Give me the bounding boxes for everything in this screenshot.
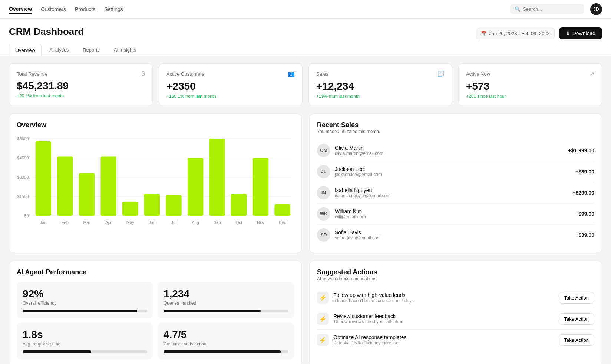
tab-overview[interactable]: Overview: [9, 44, 42, 56]
action-item: ⚡ Follow up with high-value leads 5 lead…: [317, 287, 594, 308]
sales-item: WK William Kim will@email.com +$99.00: [317, 203, 594, 225]
metric-label: Active Customers 👥: [166, 70, 295, 77]
download-label: Download: [572, 30, 595, 36]
page-header: CRM Dashboard 📅 Jan 20, 2023 - Feb 09, 2…: [0, 19, 611, 39]
perf-grid: 92% Overall efficiency 1,234 Queries han…: [17, 282, 294, 359]
metric-sub: +19% from last month: [316, 94, 445, 99]
action-title: Review customer feedback: [333, 313, 554, 319]
nav-link-overview[interactable]: Overview: [9, 4, 32, 14]
sales-amount: +$299.00: [572, 190, 594, 196]
metric-label-text: Sales: [316, 71, 328, 77]
svg-text:Jan: Jan: [40, 220, 47, 225]
metric-card-1: Active Customers 👥 +2350 +180.1% from la…: [159, 63, 303, 106]
sales-email: jackson.lee@email.com: [335, 172, 571, 177]
sales-amount: +$39.00: [575, 232, 594, 238]
progress-bar-bg: [23, 310, 147, 312]
search-bar[interactable]: 🔍: [510, 4, 584, 14]
sales-item: IN Isabella Nguyen isabella.nguyen@email…: [317, 182, 594, 203]
action-icon: ⚡: [317, 292, 329, 304]
metric-label-text: Total Revenue: [17, 71, 47, 77]
svg-text:$4500: $4500: [17, 156, 29, 160]
header-right: 📅 Jan 20, 2023 - Feb 09, 2023 ⬇ Download: [476, 27, 602, 39]
metric-icon: 👥: [287, 70, 295, 77]
progress-bar-fill: [164, 350, 281, 353]
perf-card: 92% Overall efficiency: [17, 282, 153, 318]
action-text: Follow up with high-value leads 5 leads …: [333, 292, 554, 303]
sales-info: Isabella Nguyen isabella.nguyen@email.co…: [335, 187, 568, 198]
metric-sub: +20.1% from last month: [17, 93, 145, 99]
take-action-button[interactable]: Take Action: [559, 313, 595, 325]
nav-link-settings[interactable]: Settings: [104, 5, 123, 14]
take-action-button[interactable]: Take Action: [559, 292, 595, 304]
progress-bar-bg: [23, 350, 147, 353]
download-icon: ⬇: [566, 30, 570, 36]
overview-chart-card: Overview $6000 $4500 $3000 $1500 $0 Ja: [9, 113, 302, 253]
perf-card: 1.8s Avg. response time: [17, 323, 153, 359]
metric-value: +573: [466, 80, 594, 92]
suggested-actions-title: Suggested Actions: [317, 268, 594, 276]
suggested-actions-card: Suggested Actions AI-powered recommendat…: [309, 261, 602, 364]
sales-email: olivia.martin@email.com: [335, 151, 564, 156]
sales-list: OM Olivia Martin olivia.martin@email.com…: [317, 140, 594, 245]
progress-bar-fill: [23, 310, 137, 312]
svg-text:Apr: Apr: [105, 220, 112, 225]
svg-text:$6000: $6000: [17, 136, 29, 141]
svg-text:Feb: Feb: [62, 220, 69, 225]
nav-links: OverviewCustomersProductsSettings: [9, 4, 510, 14]
nav-link-products[interactable]: Products: [75, 5, 95, 14]
top-nav: OverviewCustomersProductsSettings 🔍 JD: [0, 0, 611, 19]
sales-item: OM Olivia Martin olivia.martin@email.com…: [317, 140, 594, 161]
bar-jul: [166, 195, 181, 216]
sales-name: Isabella Nguyen: [335, 187, 568, 193]
metric-icon: ↗: [589, 70, 594, 77]
svg-text:Jul: Jul: [171, 220, 176, 225]
metric-label: Total Revenue $: [17, 70, 145, 77]
action-subtitle: Potential 15% efficiency increase: [333, 340, 554, 345]
main-content: Total Revenue $ $45,231.89 +20.1% from l…: [0, 56, 611, 364]
recent-sales-title: Recent Sales: [317, 121, 594, 129]
date-range[interactable]: 📅 Jan 20, 2023 - Feb 09, 2023: [476, 28, 554, 39]
sales-email: sofia.davis@email.com: [335, 235, 571, 241]
svg-text:$3000: $3000: [17, 175, 29, 179]
metric-sub: +201 since last hour: [466, 94, 594, 99]
sales-info: Sofia Davis sofia.davis@email.com: [335, 229, 571, 241]
metric-sub: +180.1% from last month: [166, 94, 295, 99]
progress-bar-fill: [164, 310, 261, 312]
action-item: ⚡ Optimize AI response templates Potenti…: [317, 330, 594, 350]
chart-area: $6000 $4500 $3000 $1500 $0 JanFebMarAprM…: [17, 135, 294, 231]
download-button[interactable]: ⬇ Download: [559, 27, 602, 39]
metric-label: Active Now ↗: [466, 70, 594, 77]
metric-icon: $: [142, 70, 145, 77]
action-title: Follow up with high-value leads: [333, 292, 554, 298]
sales-avatar: OM: [317, 144, 330, 157]
ai-performance-title: AI Agent Performance: [17, 268, 294, 276]
tab-analytics[interactable]: Analytics: [43, 44, 75, 56]
bar-feb: [57, 157, 73, 216]
metric-value: +12,234: [316, 80, 445, 92]
perf-label: Queries handled: [164, 301, 288, 306]
action-icon: ⚡: [317, 313, 329, 325]
action-title: Optimize AI response templates: [333, 334, 554, 340]
search-input[interactable]: [523, 6, 580, 12]
take-action-button[interactable]: Take Action: [559, 334, 595, 346]
nav-link-customers[interactable]: Customers: [41, 5, 66, 14]
bar-mar: [79, 173, 95, 216]
tab-ai-insights[interactable]: AI Insights: [108, 44, 143, 56]
sales-name: Sofia Davis: [335, 229, 571, 235]
svg-text:$1500: $1500: [17, 194, 29, 199]
sales-avatar: JL: [317, 165, 330, 178]
sales-amount: +$1,999.00: [568, 148, 594, 153]
sales-avatar: SD: [317, 228, 330, 242]
action-text: Optimize AI response templates Potential…: [333, 334, 554, 345]
metric-value: +2350: [166, 80, 295, 92]
progress-bar-bg: [164, 310, 288, 312]
tab-reports[interactable]: Reports: [76, 44, 106, 56]
lightning-icon: ⚡: [319, 337, 327, 344]
sales-avatar: IN: [317, 186, 330, 199]
action-icon: ⚡: [317, 334, 329, 346]
progress-bar-bg: [164, 350, 288, 353]
perf-value: 4.7/5: [164, 329, 288, 341]
perf-value: 1,234: [164, 288, 288, 300]
sales-info: William Kim will@email.com: [335, 208, 571, 219]
progress-bar-fill: [23, 350, 91, 353]
